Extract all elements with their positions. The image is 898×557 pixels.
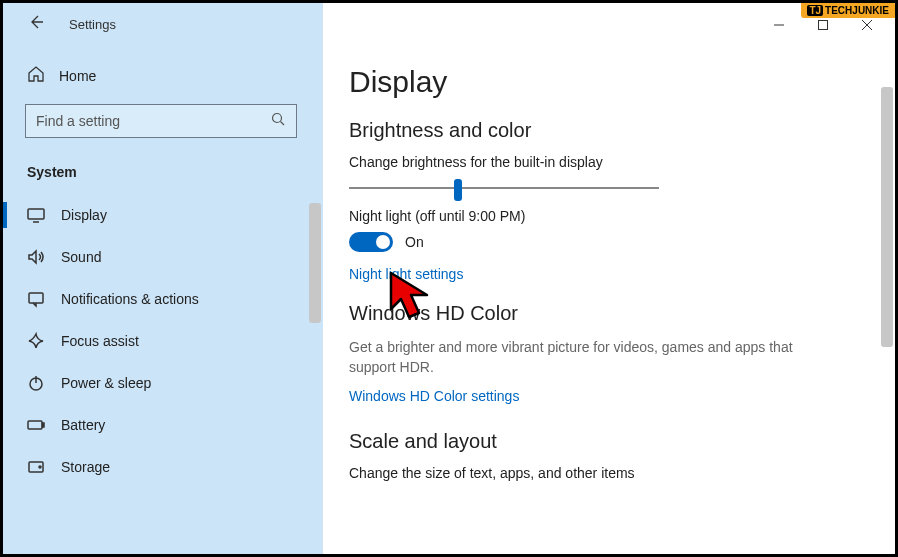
watermark-badge: TJTECHJUNKIE: [801, 3, 895, 18]
sidebar-scrollbar[interactable]: [309, 203, 321, 323]
sidebar-item-notifications[interactable]: Notifications & actions: [3, 278, 323, 320]
hd-color-description: Get a brighter and more vibrant picture …: [349, 337, 829, 378]
sidebar-item-label: Power & sleep: [61, 375, 151, 391]
storage-icon: [27, 458, 45, 476]
slider-track: [349, 187, 659, 189]
home-label: Home: [59, 68, 96, 84]
scale-label: Change the size of text, apps, and other…: [349, 465, 865, 481]
svg-rect-11: [28, 421, 42, 429]
svg-rect-8: [29, 293, 43, 303]
sidebar-item-label: Sound: [61, 249, 101, 265]
sidebar-item-focus-assist[interactable]: Focus assist: [3, 320, 323, 362]
search-box[interactable]: [25, 104, 297, 138]
display-icon: [27, 206, 45, 224]
sidebar-item-label: Storage: [61, 459, 110, 475]
sidebar-item-label: Display: [61, 207, 107, 223]
sidebar-item-power-sleep[interactable]: Power & sleep: [3, 362, 323, 404]
section-brightness-title: Brightness and color: [349, 119, 865, 142]
sidebar-item-label: Battery: [61, 417, 105, 433]
notifications-icon: [27, 290, 45, 308]
sidebar: Settings Home System Display: [3, 3, 323, 554]
sidebar-item-sound[interactable]: Sound: [3, 236, 323, 278]
sidebar-nav: Display Sound Notifications & actions Fo…: [3, 190, 323, 488]
night-light-toggle[interactable]: [349, 232, 393, 252]
search-icon: [271, 112, 286, 131]
brightness-label: Change brightness for the built-in displ…: [349, 154, 865, 170]
night-light-state: On: [405, 234, 424, 250]
window-title: Settings: [69, 17, 116, 32]
slider-thumb[interactable]: [454, 179, 462, 201]
focus-assist-icon: [27, 332, 45, 350]
back-button[interactable]: [27, 13, 45, 36]
svg-point-4: [273, 113, 282, 122]
page-title: Display: [349, 65, 865, 99]
svg-rect-1: [819, 21, 828, 30]
titlebar: Settings: [3, 3, 323, 45]
svg-rect-6: [28, 209, 44, 219]
section-scale-title: Scale and layout: [349, 430, 865, 453]
hd-color-settings-link[interactable]: Windows HD Color settings: [349, 388, 865, 404]
battery-icon: [27, 416, 45, 434]
power-icon: [27, 374, 45, 392]
night-light-label: Night light (off until 9:00 PM): [349, 208, 865, 224]
sidebar-home[interactable]: Home: [3, 55, 323, 96]
sidebar-category: System: [3, 146, 323, 190]
sidebar-item-storage[interactable]: Storage: [3, 446, 323, 488]
brightness-slider[interactable]: [349, 178, 659, 198]
search-input[interactable]: [36, 113, 271, 129]
sidebar-item-label: Notifications & actions: [61, 291, 199, 307]
home-icon: [27, 65, 45, 86]
sidebar-item-label: Focus assist: [61, 333, 139, 349]
minimize-button[interactable]: [759, 11, 799, 39]
sidebar-item-display[interactable]: Display: [3, 194, 323, 236]
cursor-annotation-icon: [385, 269, 445, 329]
svg-line-5: [281, 121, 285, 125]
sound-icon: [27, 248, 45, 266]
svg-rect-12: [43, 423, 45, 427]
content-scrollbar[interactable]: [881, 87, 893, 347]
sidebar-item-battery[interactable]: Battery: [3, 404, 323, 446]
svg-point-14: [39, 466, 41, 468]
